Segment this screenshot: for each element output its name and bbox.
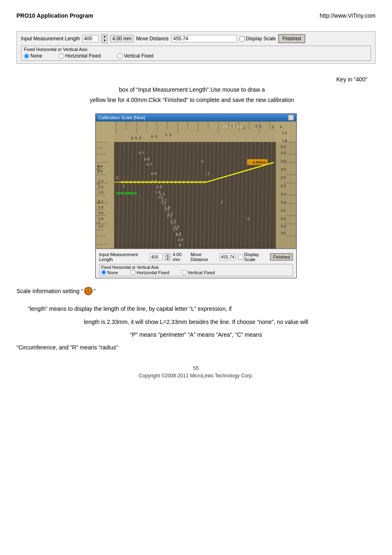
svg-text:1.5: 1.5: [282, 131, 287, 135]
ruler-svg: 8 9 0 6 0 2 0 1 6 1 2 1 2 5: [96, 121, 296, 249]
mini-radio-vert[interactable]: Vertical Fixed: [182, 270, 215, 275]
svg-text:← 4.00mm: ← 4.00mm: [248, 161, 266, 165]
svg-rect-193: [84, 291, 86, 292]
display-scale-checkbox-label[interactable]: Display Scale: [240, 36, 276, 42]
svg-text:2.6: 2.6: [98, 211, 103, 215]
fixed-axis-title: Fixed Horizontal or Vertical Axis: [24, 47, 368, 52]
svg-text:1.4: 1.4: [98, 179, 103, 183]
paragraph-2: “P” means “perimeter” “A” means “Area”, …: [16, 330, 376, 340]
svg-text:-1: -1: [200, 159, 204, 164]
svg-text:1.6: 1.6: [98, 185, 103, 189]
scale-info-suffix: ”: [94, 288, 96, 294]
svg-text:ΔY=4.20mm: ΔY=4.20mm: [223, 125, 243, 129]
mini-display-scale-label[interactable]: Display Scale: [238, 252, 268, 262]
fixed-axis-group: Fixed Horizontal or Vertical Axis None H…: [21, 46, 371, 61]
mini-control-row: Input Measurement Length ▲ ▼ 4.00 mm Mov…: [99, 251, 293, 263]
radio-vertical[interactable]: [117, 53, 122, 59]
svg-text:3.2: 3.2: [281, 208, 286, 213]
svg-text:1: 1: [243, 126, 245, 130]
mini-radio-row: None Horizontal Fixed Vertical Fixed: [101, 270, 291, 275]
move-distance-field[interactable]: [171, 35, 237, 42]
radio-horizontal[interactable]: [59, 53, 64, 59]
svg-text:-1: -1: [206, 171, 210, 176]
svg-text:3.4: 3.4: [281, 224, 286, 228]
svg-text:3.4: 3.4: [281, 168, 286, 172]
svg-text:3: 3: [247, 216, 249, 221]
app-title: PRO10 Application Program: [16, 12, 93, 19]
svg-rect-2: [96, 122, 296, 142]
mini-spin-up[interactable]: ▲: [165, 254, 170, 257]
radio-row: None Horizontal Fixed Vertical Fixed: [24, 53, 368, 59]
scale-info-prefix: Scale information setting “: [16, 288, 83, 294]
scale-info-row: Scale information setting “ ”: [16, 287, 376, 296]
display-scale-label: Display Scale: [246, 36, 276, 42]
svg-text:0.8: 0.8: [144, 157, 150, 162]
svg-rect-194: [91, 291, 92, 292]
mini-move-val[interactable]: [219, 254, 236, 260]
key-in-text: Key in “400”: [16, 76, 367, 83]
radio-none-label[interactable]: None: [24, 53, 42, 59]
page-footer: 55 Copyright ©2008-2011 MicroLinks Techn…: [16, 365, 376, 379]
svg-text:3.5: 3.5: [281, 231, 286, 235]
instruction-text1: box of “Input Measurement Length”.Use mo…: [16, 85, 367, 95]
spin-up-btn[interactable]: ▲: [101, 35, 107, 39]
move-distance-label: Move Distance: [136, 36, 168, 42]
mm-value: 4.00 mm: [110, 35, 134, 42]
cal-close-btn[interactable]: ✕: [288, 115, 294, 120]
svg-text:2.2: 2.2: [167, 214, 172, 218]
cal-title: Calibration Scale [New]: [98, 115, 145, 120]
top-control-row: Input Measurement Length ▲ ▼ 4.00 mm Mov…: [21, 34, 371, 43]
svg-text:2.6: 2.6: [173, 227, 178, 231]
mini-display-scale-text: Display Scale: [244, 252, 268, 262]
radio-vertical-text: Vertical Fixed: [124, 53, 153, 59]
scale-icon: [84, 287, 93, 296]
radio-horizontal-text: Horizontal Fixed: [65, 53, 101, 59]
svg-rect-93: [114, 142, 276, 249]
svg-text:3.2: 3.2: [281, 176, 286, 180]
mini-move-label: Move Distance: [191, 252, 217, 262]
paragraph-1a: “length” means to display the length of …: [16, 304, 376, 314]
svg-text:2.0: 2.0: [164, 208, 169, 212]
cal-controls: Input Measurement Length ▲ ▼ 4.00 mm Mov…: [96, 249, 296, 278]
mini-spin[interactable]: ▲ ▼: [165, 253, 171, 261]
svg-text:0.8: 0.8: [97, 169, 102, 173]
svg-rect-192: [88, 294, 89, 295]
svg-text:1.8: 1.8: [282, 139, 287, 143]
svg-text:2: 2: [116, 175, 119, 180]
mini-input-field[interactable]: [150, 254, 163, 260]
svg-rect-191: [88, 287, 89, 289]
page-header: PRO10 Application Program http://www.ViT…: [16, 8, 376, 27]
radio-vertical-label[interactable]: Vertical Fixed: [117, 53, 153, 59]
mini-radio-horiz[interactable]: Horizontal Fixed: [130, 270, 169, 275]
mini-input-label: Input Measurement Length: [99, 252, 148, 262]
website-url: http://www.ViTiny.com: [320, 12, 376, 19]
svg-text:2.8: 2.8: [98, 217, 103, 221]
svg-text:0.6: 0.6: [97, 164, 102, 169]
spin-down-btn[interactable]: ▼: [101, 39, 107, 43]
radio-none[interactable]: [24, 53, 29, 59]
input-length-field[interactable]: [82, 35, 99, 42]
spin-buttons[interactable]: ▲ ▼: [101, 34, 108, 43]
svg-text:0.7: 0.7: [139, 151, 145, 155]
svg-text:1: 1: [122, 183, 125, 188]
svg-text:3.3: 3.3: [281, 184, 286, 188]
svg-text:2: 2: [272, 125, 274, 129]
top-control-panel: Input Measurement Length ▲ ▼ 4.00 mm Mov…: [16, 31, 376, 64]
mini-radio-none[interactable]: None: [101, 270, 118, 275]
svg-text:6: 6: [151, 135, 153, 139]
svg-text:H=5.60mm: H=5.60mm: [116, 191, 137, 195]
radio-horizontal-label[interactable]: Horizontal Fixed: [59, 53, 101, 59]
mini-spin-down[interactable]: ▼: [165, 257, 170, 260]
mini-mm-val: 4.00 mm: [173, 252, 188, 262]
svg-text:2.8: 2.8: [176, 233, 181, 237]
svg-text:2.3: 2.3: [281, 145, 286, 149]
svg-text:1.8: 1.8: [161, 201, 166, 205]
svg-text:1: 1: [280, 125, 282, 129]
mini-display-scale-cb[interactable]: [238, 254, 243, 260]
input-length-label: Input Measurement Length: [21, 36, 80, 42]
page-number: 55: [16, 365, 376, 371]
mini-finished-btn[interactable]: Finished: [270, 253, 293, 261]
copyright: Copyright ©2008-2011 MicroLinks Technolo…: [16, 373, 376, 379]
display-scale-checkbox[interactable]: [240, 36, 245, 42]
finished-button[interactable]: Finished: [278, 34, 305, 43]
